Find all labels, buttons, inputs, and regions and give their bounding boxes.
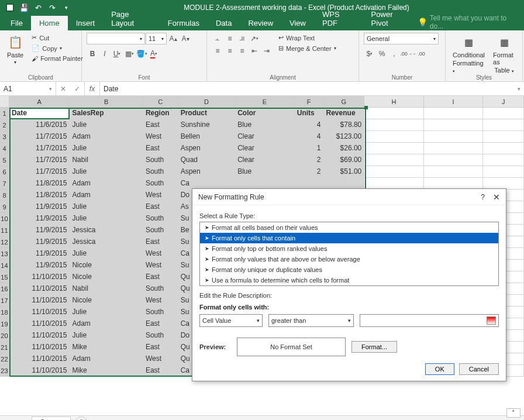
cell[interactable]: Mike <box>70 365 143 377</box>
col-header-H[interactable]: H <box>364 96 424 108</box>
row-header[interactable]: 8 <box>0 190 9 201</box>
fill-color-button[interactable]: 🪣▾ <box>136 48 147 60</box>
row-header[interactable]: 16 <box>0 283 9 295</box>
cell[interactable] <box>424 131 484 143</box>
cell[interactable]: Region <box>143 108 178 119</box>
cell[interactable]: 11/9/2015 <box>9 236 70 248</box>
row-header[interactable]: 3 <box>0 131 9 143</box>
cell[interactable]: South <box>143 330 178 342</box>
align-bottom-icon[interactable]: ⫡ <box>236 33 248 44</box>
col-header-A[interactable]: A <box>9 96 70 108</box>
cell-value-combo[interactable]: Cell Value▾ <box>199 314 263 327</box>
nav-prev-icon[interactable]: ▸ <box>22 418 26 421</box>
cell[interactable]: Revenue <box>324 108 365 119</box>
cell[interactable]: Julie <box>70 166 143 178</box>
cell[interactable]: Sunshine <box>178 119 236 131</box>
cell[interactable]: Bellen <box>178 131 236 143</box>
cell[interactable] <box>483 143 524 154</box>
cell[interactable]: South <box>143 166 178 178</box>
increase-decimal-icon[interactable]: .00→ <box>401 48 412 60</box>
range-picker-icon[interactable] <box>487 316 496 325</box>
cell[interactable] <box>424 154 484 166</box>
row-header[interactable]: 20 <box>0 330 9 342</box>
cell[interactable]: Product <box>178 108 236 119</box>
decrease-indent-icon[interactable]: ⇤ <box>249 45 260 57</box>
cell[interactable]: 1 <box>295 143 324 154</box>
cell[interactable]: SalesRep <box>70 108 143 119</box>
tab-power-pivot[interactable]: Power Pivot <box>363 7 418 30</box>
cell[interactable]: Mike <box>70 342 143 353</box>
cell[interactable]: East <box>143 236 178 248</box>
cell[interactable] <box>424 178 484 190</box>
cell[interactable] <box>235 178 295 190</box>
row-header[interactable]: 9 <box>0 201 9 213</box>
cell[interactable] <box>483 166 524 178</box>
copy-button[interactable]: 📄Copy▾ <box>29 43 85 53</box>
decrease-font-icon[interactable]: A▾ <box>180 33 191 44</box>
percent-format-icon[interactable]: % <box>376 48 388 60</box>
cell[interactable]: Color <box>235 108 295 119</box>
tab-view[interactable]: View <box>281 16 314 30</box>
cell[interactable] <box>364 166 424 178</box>
rule-type-item[interactable]: ➤Format only cells that contain <box>200 233 498 243</box>
cell[interactable]: $51.00 <box>324 166 365 178</box>
tab-data[interactable]: Data <box>208 16 240 30</box>
wrap-text-button[interactable]: ↩Wrap Text <box>276 33 339 43</box>
cell[interactable]: South <box>143 307 178 318</box>
cell[interactable]: Nicole <box>70 295 143 307</box>
cell[interactable]: 11/10/2015 <box>9 353 70 365</box>
cell[interactable]: West <box>143 295 178 307</box>
cell[interactable]: 11/10/2015 <box>9 307 70 318</box>
undo-icon[interactable]: ↶ <box>32 2 44 13</box>
cell[interactable]: Julie <box>70 119 143 131</box>
cell[interactable]: West <box>143 131 178 143</box>
save-icon[interactable]: 💾 <box>18 2 30 13</box>
cell[interactable] <box>364 178 424 190</box>
cell[interactable]: East <box>143 143 178 154</box>
row-header[interactable]: 12 <box>0 236 9 248</box>
cell[interactable]: Jessica <box>70 236 143 248</box>
merge-center-button[interactable]: ⊟Merge & Center▾ <box>276 43 339 53</box>
cell[interactable]: Clear <box>235 154 295 166</box>
paste-button[interactable]: 📋 Paste ▾ <box>5 33 26 80</box>
format-button[interactable]: Format... <box>351 341 397 353</box>
cell[interactable] <box>483 108 524 119</box>
cell[interactable]: 2 <box>295 166 324 178</box>
cell[interactable]: South <box>143 213 178 225</box>
cell[interactable]: Blue <box>235 166 295 178</box>
cell[interactable]: Julie <box>70 307 143 318</box>
bold-button[interactable]: B <box>87 48 98 60</box>
format-as-table-button[interactable]: ▦ Format as Table ▾ <box>491 33 518 80</box>
cell[interactable]: South <box>143 225 178 236</box>
row-header[interactable]: 10 <box>0 213 9 225</box>
align-center-icon[interactable]: ≡ <box>224 45 236 57</box>
row-header[interactable]: 11 <box>0 225 9 236</box>
cell[interactable] <box>364 143 424 154</box>
cell[interactable]: Nicole <box>70 260 143 271</box>
row-header[interactable]: 19 <box>0 318 9 330</box>
cut-button[interactable]: ✂Cut <box>29 33 85 43</box>
cell[interactable] <box>424 108 484 119</box>
number-format-combo[interactable]: General▾ <box>364 33 439 44</box>
cell[interactable]: 11/7/2015 <box>9 154 70 166</box>
cell[interactable] <box>364 131 424 143</box>
tab-wps-pdf[interactable]: WPS PDF <box>314 7 363 30</box>
cell[interactable]: $69.00 <box>324 154 365 166</box>
row-header[interactable]: 14 <box>0 260 9 271</box>
cell[interactable]: 11/9/2015 <box>9 213 70 225</box>
cell[interactable] <box>483 131 524 143</box>
row-header[interactable]: 17 <box>0 295 9 307</box>
cell[interactable]: West <box>143 353 178 365</box>
row-header[interactable]: 5 <box>0 154 9 166</box>
rule-type-item[interactable]: ➤Format only values that are above or be… <box>200 254 498 264</box>
cancel-formula-icon[interactable]: ✕ <box>56 85 70 93</box>
cell[interactable]: 11/7/2015 <box>9 131 70 143</box>
cell[interactable]: Nicole <box>70 271 143 283</box>
cell[interactable] <box>364 154 424 166</box>
cell[interactable]: South <box>143 178 178 190</box>
cell[interactable]: Ca <box>178 178 236 190</box>
cell[interactable]: Julie <box>70 330 143 342</box>
align-middle-icon[interactable]: ≡ <box>224 33 236 44</box>
comma-format-icon[interactable]: , <box>388 48 400 60</box>
cell[interactable]: Aspen <box>178 143 236 154</box>
